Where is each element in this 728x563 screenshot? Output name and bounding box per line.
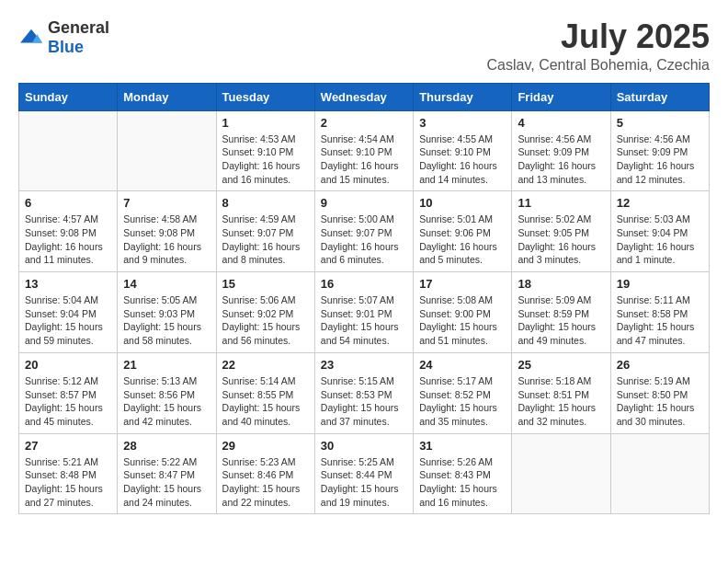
day-info: Sunrise: 4:58 AM Sunset: 9:08 PM Dayligh… — [123, 213, 210, 267]
day-info: Sunrise: 5:23 AM Sunset: 8:46 PM Dayligh… — [222, 455, 309, 510]
calendar-day-cell: 18Sunrise: 5:09 AM Sunset: 8:59 PM Dayli… — [512, 272, 610, 353]
day-number: 25 — [518, 358, 604, 372]
weekday-header: Sunday — [19, 83, 118, 110]
calendar-day-cell: 5Sunrise: 4:56 AM Sunset: 9:09 PM Daylig… — [610, 110, 709, 191]
day-number: 13 — [25, 277, 111, 291]
calendar-week-row: 27Sunrise: 5:21 AM Sunset: 8:48 PM Dayli… — [19, 433, 710, 514]
day-number: 21 — [123, 358, 210, 372]
calendar-day-cell: 15Sunrise: 5:06 AM Sunset: 9:02 PM Dayli… — [216, 272, 314, 353]
calendar-day-cell: 17Sunrise: 5:08 AM Sunset: 9:00 PM Dayli… — [414, 272, 512, 353]
weekday-header: Monday — [118, 83, 216, 110]
day-info: Sunrise: 4:55 AM Sunset: 9:10 PM Dayligh… — [419, 132, 506, 187]
day-info: Sunrise: 4:56 AM Sunset: 9:09 PM Dayligh… — [518, 132, 604, 187]
logo-general: General — [48, 18, 109, 37]
day-info: Sunrise: 5:12 AM Sunset: 8:57 PM Dayligh… — [25, 374, 111, 429]
calendar-day-cell: 1Sunrise: 4:53 AM Sunset: 9:10 PM Daylig… — [216, 110, 314, 191]
logo-icon — [18, 28, 44, 48]
calendar-day-cell: 23Sunrise: 5:15 AM Sunset: 8:53 PM Dayli… — [314, 352, 413, 433]
day-number: 4 — [518, 116, 604, 130]
page-header: General Blue July 2025 Caslav, Central B… — [18, 18, 710, 74]
calendar-day-cell: 11Sunrise: 5:02 AM Sunset: 9:05 PM Dayli… — [512, 191, 610, 272]
calendar-day-cell: 4Sunrise: 4:56 AM Sunset: 9:09 PM Daylig… — [512, 110, 610, 191]
calendar-day-cell: 3Sunrise: 4:55 AM Sunset: 9:10 PM Daylig… — [414, 110, 512, 191]
day-number: 2 — [321, 116, 407, 130]
day-info: Sunrise: 5:07 AM Sunset: 9:01 PM Dayligh… — [321, 293, 407, 348]
weekday-header: Thursday — [414, 83, 512, 110]
day-number: 28 — [123, 439, 210, 453]
day-number: 8 — [222, 196, 309, 210]
day-number: 26 — [617, 358, 703, 372]
calendar-day-cell: 14Sunrise: 5:05 AM Sunset: 9:03 PM Dayli… — [118, 272, 216, 353]
day-number: 7 — [123, 196, 210, 210]
calendar-week-row: 6Sunrise: 4:57 AM Sunset: 9:08 PM Daylig… — [19, 191, 710, 272]
calendar-day-cell: 6Sunrise: 4:57 AM Sunset: 9:08 PM Daylig… — [19, 191, 118, 272]
calendar-day-cell: 30Sunrise: 5:25 AM Sunset: 8:44 PM Dayli… — [314, 433, 413, 514]
day-info: Sunrise: 4:53 AM Sunset: 9:10 PM Dayligh… — [222, 132, 309, 187]
calendar-week-row: 13Sunrise: 5:04 AM Sunset: 9:04 PM Dayli… — [19, 272, 710, 353]
calendar-day-cell: 26Sunrise: 5:19 AM Sunset: 8:50 PM Dayli… — [610, 352, 709, 433]
day-number: 19 — [617, 277, 703, 291]
calendar-day-cell: 27Sunrise: 5:21 AM Sunset: 8:48 PM Dayli… — [19, 433, 118, 514]
calendar-day-cell: 19Sunrise: 5:11 AM Sunset: 8:58 PM Dayli… — [610, 272, 709, 353]
day-number: 1 — [222, 116, 309, 130]
day-number: 29 — [222, 439, 309, 453]
calendar-day-cell: 13Sunrise: 5:04 AM Sunset: 9:04 PM Dayli… — [19, 272, 118, 353]
month-title: July 2025 — [487, 18, 710, 55]
day-info: Sunrise: 5:15 AM Sunset: 8:53 PM Dayligh… — [321, 374, 407, 429]
day-info: Sunrise: 5:03 AM Sunset: 9:04 PM Dayligh… — [617, 213, 703, 267]
day-info: Sunrise: 5:11 AM Sunset: 8:58 PM Dayligh… — [617, 293, 703, 348]
day-number: 10 — [419, 196, 506, 210]
day-number: 20 — [25, 358, 111, 372]
calendar-day-cell: 25Sunrise: 5:18 AM Sunset: 8:51 PM Dayli… — [512, 352, 610, 433]
day-info: Sunrise: 4:57 AM Sunset: 9:08 PM Dayligh… — [25, 213, 111, 267]
day-info: Sunrise: 5:13 AM Sunset: 8:56 PM Dayligh… — [123, 374, 210, 429]
day-number: 22 — [222, 358, 309, 372]
calendar-header-row: SundayMondayTuesdayWednesdayThursdayFrid… — [19, 83, 710, 110]
weekday-header: Wednesday — [314, 83, 413, 110]
calendar-day-cell: 20Sunrise: 5:12 AM Sunset: 8:57 PM Dayli… — [19, 352, 118, 433]
day-number: 6 — [25, 196, 111, 210]
calendar-day-cell — [610, 433, 709, 514]
day-number: 5 — [617, 116, 703, 130]
calendar-day-cell: 21Sunrise: 5:13 AM Sunset: 8:56 PM Dayli… — [118, 352, 216, 433]
calendar-week-row: 20Sunrise: 5:12 AM Sunset: 8:57 PM Dayli… — [19, 352, 710, 433]
day-info: Sunrise: 4:56 AM Sunset: 9:09 PM Dayligh… — [617, 132, 703, 187]
calendar-week-row: 1Sunrise: 4:53 AM Sunset: 9:10 PM Daylig… — [19, 110, 710, 191]
calendar-day-cell: 7Sunrise: 4:58 AM Sunset: 9:08 PM Daylig… — [118, 191, 216, 272]
day-info: Sunrise: 5:17 AM Sunset: 8:52 PM Dayligh… — [419, 374, 506, 429]
calendar-day-cell: 16Sunrise: 5:07 AM Sunset: 9:01 PM Dayli… — [314, 272, 413, 353]
day-number: 16 — [321, 277, 407, 291]
calendar-day-cell: 28Sunrise: 5:22 AM Sunset: 8:47 PM Dayli… — [118, 433, 216, 514]
calendar-table: SundayMondayTuesdayWednesdayThursdayFrid… — [18, 83, 710, 515]
day-info: Sunrise: 5:04 AM Sunset: 9:04 PM Dayligh… — [25, 293, 111, 348]
day-info: Sunrise: 5:09 AM Sunset: 8:59 PM Dayligh… — [518, 293, 604, 348]
day-number: 18 — [518, 277, 604, 291]
day-info: Sunrise: 5:26 AM Sunset: 8:43 PM Dayligh… — [419, 455, 506, 510]
calendar-day-cell — [512, 433, 610, 514]
weekday-header: Tuesday — [216, 83, 314, 110]
day-number: 30 — [321, 439, 407, 453]
day-info: Sunrise: 5:22 AM Sunset: 8:47 PM Dayligh… — [123, 455, 210, 510]
calendar-day-cell: 31Sunrise: 5:26 AM Sunset: 8:43 PM Dayli… — [414, 433, 512, 514]
day-number: 3 — [419, 116, 506, 130]
calendar-day-cell: 12Sunrise: 5:03 AM Sunset: 9:04 PM Dayli… — [610, 191, 709, 272]
logo: General Blue — [18, 18, 109, 57]
day-info: Sunrise: 5:08 AM Sunset: 9:00 PM Dayligh… — [419, 293, 506, 348]
title-block: July 2025 Caslav, Central Bohemia, Czech… — [487, 18, 710, 74]
day-info: Sunrise: 5:01 AM Sunset: 9:06 PM Dayligh… — [419, 213, 506, 267]
day-number: 9 — [321, 196, 407, 210]
day-info: Sunrise: 5:21 AM Sunset: 8:48 PM Dayligh… — [25, 455, 111, 510]
day-info: Sunrise: 5:25 AM Sunset: 8:44 PM Dayligh… — [321, 455, 407, 510]
day-info: Sunrise: 5:02 AM Sunset: 9:05 PM Dayligh… — [518, 213, 604, 267]
location-title: Caslav, Central Bohemia, Czechia — [487, 57, 710, 74]
day-info: Sunrise: 5:19 AM Sunset: 8:50 PM Dayligh… — [617, 374, 703, 429]
day-number: 31 — [419, 439, 506, 453]
weekday-header: Friday — [512, 83, 610, 110]
day-number: 15 — [222, 277, 309, 291]
day-info: Sunrise: 5:05 AM Sunset: 9:03 PM Dayligh… — [123, 293, 210, 348]
calendar-day-cell: 24Sunrise: 5:17 AM Sunset: 8:52 PM Dayli… — [414, 352, 512, 433]
logo-blue: Blue — [48, 38, 84, 56]
day-info: Sunrise: 4:59 AM Sunset: 9:07 PM Dayligh… — [222, 213, 309, 267]
calendar-day-cell: 10Sunrise: 5:01 AM Sunset: 9:06 PM Dayli… — [414, 191, 512, 272]
weekday-header: Saturday — [610, 83, 709, 110]
